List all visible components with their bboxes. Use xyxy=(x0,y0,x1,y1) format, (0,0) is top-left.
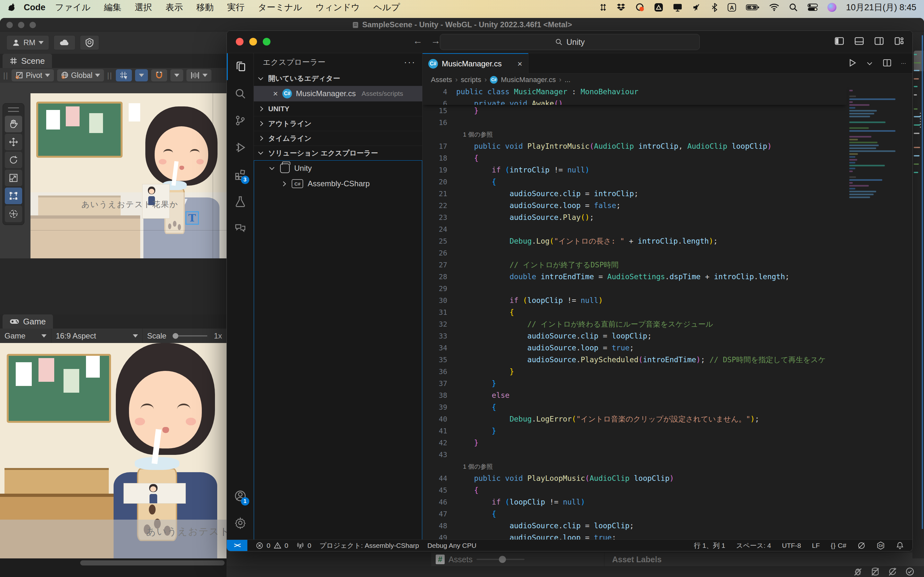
code-row[interactable]: 20 { xyxy=(423,176,846,188)
asset-labels-header[interactable]: Asset Labels xyxy=(604,555,662,564)
input-source-icon[interactable]: A xyxy=(727,3,736,12)
close-tab-icon[interactable]: × xyxy=(517,59,522,69)
code-row[interactable]: 37 } xyxy=(423,378,846,390)
scale-tool-button[interactable] xyxy=(5,169,22,186)
section-workspace-unity[interactable]: UNITY xyxy=(254,101,422,116)
code-row[interactable]: 23 audioSource.Play(); xyxy=(423,211,846,223)
triangle-app-icon[interactable] xyxy=(654,3,663,12)
breadcrumb[interactable]: Assets›scripts›C#MusicManager.cs›... xyxy=(423,74,913,86)
code-row[interactable]: 17 public void PlayIntroMusic(AudioClip … xyxy=(423,140,846,152)
rect-tool-button[interactable] xyxy=(5,187,22,204)
toolbar-grip[interactable]: || xyxy=(3,71,8,80)
section-timeline[interactable]: タイムライン xyxy=(254,131,422,145)
spotlight-icon[interactable] xyxy=(789,3,798,12)
wifi-icon[interactable] xyxy=(769,3,779,11)
activity-testing[interactable] xyxy=(227,188,254,215)
breadcrumb-item[interactable]: ... xyxy=(565,76,570,84)
nav-forward-button[interactable]: → xyxy=(431,35,441,46)
unity-version-control-button[interactable] xyxy=(80,35,99,50)
scale-slider[interactable]: Scale 1x xyxy=(143,329,226,343)
activity-search[interactable] xyxy=(227,80,254,107)
snap-magnet-dropdown[interactable] xyxy=(170,69,183,81)
code-row[interactable]: 30 if (loopClip != null) xyxy=(423,295,846,306)
code-row[interactable]: 39 { xyxy=(423,401,846,413)
project-status[interactable]: プロジェクト: Assembly-CSharp xyxy=(320,541,419,550)
toolbar-grip[interactable]: || xyxy=(107,71,112,80)
menu-item[interactable]: 実行 xyxy=(227,3,244,12)
tab-scene[interactable]: Scene xyxy=(3,54,52,68)
code-lines[interactable]: 15 }16 1 個の参照17 public void PlayIntroMus… xyxy=(423,105,846,540)
menu-item[interactable]: 編集 xyxy=(104,3,121,12)
toggle-secondary-sidebar-icon[interactable] xyxy=(874,36,884,46)
code-row[interactable]: 4public class MusicManager : MonoBehavio… xyxy=(423,86,846,98)
bluetooth-icon[interactable] xyxy=(711,3,718,12)
tab-game[interactable]: Game xyxy=(3,314,53,329)
aspect-dropdown[interactable]: 16:9 Aspect xyxy=(51,329,143,343)
dropbox-icon[interactable] xyxy=(617,3,626,11)
section-open-editors[interactable]: 開いているエディター xyxy=(254,71,422,86)
activity-accounts[interactable]: 1 xyxy=(227,482,254,509)
cache-disabled-icon[interactable] xyxy=(871,567,880,576)
hand-tool-button[interactable] xyxy=(5,116,22,132)
toggle-panel-icon[interactable] xyxy=(854,36,864,46)
problems-status[interactable]: 0 0 xyxy=(256,542,288,550)
asset-zoom-slider[interactable] xyxy=(477,559,525,560)
scene-viewport[interactable]: あいうえおテスト花果か T xyxy=(0,83,226,314)
unity-account-button[interactable]: RM xyxy=(6,35,49,50)
code-row[interactable]: 28 double introEndTime = AudioSettings.d… xyxy=(423,271,846,283)
code-area[interactable]: 4public class MusicManager : MonoBehavio… xyxy=(423,86,913,540)
build-config-status[interactable]: Debug Any CPU xyxy=(427,542,477,550)
pivot-mode-button[interactable]: Pivot xyxy=(11,69,53,81)
updown-arrows-icon[interactable] xyxy=(599,3,607,12)
minimap[interactable] xyxy=(846,86,898,540)
code-row[interactable]: 18 { xyxy=(423,152,846,164)
breadcrumb-item[interactable]: Assets xyxy=(431,76,452,84)
menu-item[interactable]: ヘルプ xyxy=(373,3,400,12)
cursor-position[interactable]: 行 1、列 1 xyxy=(694,541,725,550)
code-row[interactable]: 29 xyxy=(423,283,846,295)
code-row[interactable]: 27 // イントロが終了するDSP時間 xyxy=(423,259,846,271)
tree-item-assembly-csharp[interactable]: C# Assembly-CSharp xyxy=(254,176,422,191)
tab-musicmanager[interactable]: C# MusicManager.cs × xyxy=(423,53,528,74)
language-mode[interactable]: {} C# xyxy=(830,542,846,550)
text-component-gizmo[interactable]: T xyxy=(186,211,199,225)
palette-grip[interactable] xyxy=(8,107,19,112)
activity-run-debug[interactable] xyxy=(227,134,254,161)
code-row[interactable]: 36 } xyxy=(423,366,846,378)
code-row[interactable]: 40 Debug.LogError("イントロ音楽のクリップが設定されていません… xyxy=(423,413,846,425)
tree-item-unity-solution[interactable]: Unity xyxy=(254,161,422,176)
close-icon[interactable]: × xyxy=(273,89,278,99)
grid-snap-dropdown[interactable] xyxy=(135,69,148,81)
nav-back-button[interactable]: ← xyxy=(413,35,423,46)
activity-explorer[interactable] xyxy=(227,53,254,80)
display-dropdown[interactable]: Game xyxy=(0,329,51,343)
battery-charging-icon[interactable] xyxy=(746,3,759,11)
split-editor-icon[interactable] xyxy=(882,58,892,69)
code-row[interactable]: 25 Debug.Log("イントロの長さ: " + introClip.len… xyxy=(423,235,846,247)
code-row[interactable]: 6 private void Awake() xyxy=(423,98,846,105)
code-row[interactable]: 31 { xyxy=(423,306,846,318)
code-row[interactable]: 33 audioSource.clip = loopClip; xyxy=(423,330,846,342)
siri-icon[interactable] xyxy=(827,3,837,12)
menu-item[interactable]: ターミナル xyxy=(258,3,302,12)
grid-snap-button[interactable]: Y xyxy=(116,69,132,81)
activity-comments[interactable] xyxy=(227,215,254,242)
menu-bar-clock[interactable]: 10月21日(月) 8:45 xyxy=(846,2,916,13)
toggle-sidebar-icon[interactable] xyxy=(834,36,845,46)
menu-item[interactable]: ウィンドウ xyxy=(316,3,360,12)
code-row[interactable]: 24 xyxy=(423,223,846,235)
vscode-traffic-lights[interactable] xyxy=(236,38,270,45)
code-row[interactable]: 47 { xyxy=(423,508,846,520)
encoding-status[interactable]: UTF-8 xyxy=(782,542,801,550)
control-center-icon[interactable] xyxy=(808,3,818,11)
feedback-disabled-icon[interactable] xyxy=(857,542,866,550)
bell-icon[interactable] xyxy=(896,542,904,550)
editor-more-icon[interactable]: ··· xyxy=(901,61,906,66)
code-row[interactable]: 45 { xyxy=(423,484,846,496)
activity-extensions[interactable]: 3 xyxy=(227,161,254,188)
code-row[interactable]: 26 xyxy=(423,247,846,259)
section-outline[interactable]: アウトライン xyxy=(254,116,422,131)
check-circle-icon[interactable] xyxy=(905,567,914,576)
code-row[interactable]: 34 audioSource.loop = true; xyxy=(423,342,846,354)
customize-layout-icon[interactable] xyxy=(894,36,904,46)
